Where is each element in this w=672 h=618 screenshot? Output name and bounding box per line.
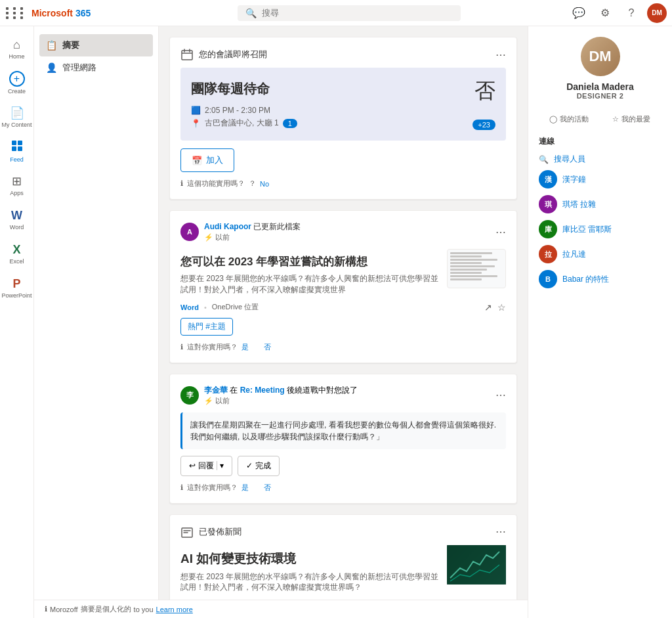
meeting-more-icon[interactable]: ⋯: [495, 49, 506, 61]
connection-item-3[interactable]: 拉 拉凡達: [539, 245, 662, 263]
share-icon[interactable]: ↗: [484, 302, 492, 313]
article-useful-question: 這對你實用嗎？: [187, 342, 238, 352]
sidebar-item-apps[interactable]: ⊞ Apps: [1, 168, 33, 202]
star-icon[interactable]: ☆: [497, 302, 506, 313]
learn-more-link[interactable]: Learn more: [156, 606, 193, 613]
waffle-button[interactable]: [5, 3, 26, 24]
news-header-left: 已發佈新聞: [180, 525, 242, 539]
reply-icon: ↩: [189, 461, 196, 470]
reply-dropdown-icon[interactable]: ▾: [217, 461, 224, 470]
connection-item-1[interactable]: 琪 琪塔 拉雜: [539, 195, 662, 213]
app-logo[interactable]: Microsoft 365: [32, 8, 91, 18]
conn-name-0: 漢字鐘: [562, 174, 586, 185]
news-content: AI 如何變更技術環境 想要在 2023 年展開您的水平線嗎？有許多令人興奮的新…: [180, 545, 506, 594]
comment-body: 讓我們在星期四聚在一起進行同步處理, 看看我想要的數位每個人都會覺得這個策略很好…: [180, 412, 506, 449]
comment-more-icon[interactable]: ⋯: [495, 389, 506, 401]
sidebar-item-ppt[interactable]: P PowerPoint: [1, 271, 33, 305]
meeting-location-row: 📍 古巴會議中心, 大廳 1 1 +23: [191, 118, 495, 131]
comment-author-avatar: 李: [180, 386, 199, 405]
user-avatar[interactable]: DM: [647, 3, 667, 23]
comment-preposition: 在: [230, 386, 238, 395]
article-more-icon[interactable]: ⋯: [495, 226, 506, 238]
meeting-useful-no[interactable]: No: [260, 180, 269, 188]
news-subtitle: 已發佈新聞: [199, 526, 242, 538]
done-button[interactable]: ✓ 完成: [238, 456, 280, 476]
meeting-subtitle: 您的會議即將召開: [199, 49, 267, 60]
sidebar-item-mycontent[interactable]: 📄 My Content: [1, 100, 33, 134]
sidebar-label-mycontent: My Content: [1, 121, 32, 128]
sidebar-item-feed[interactable]: Feed: [1, 134, 33, 168]
search-people-label: 搜尋人員: [554, 154, 585, 165]
home-icon: ⌂: [13, 38, 20, 52]
ppt-icon: P: [12, 277, 20, 291]
lightning-icon: ⚡: [204, 233, 213, 241]
profile-avatar[interactable]: DM: [581, 37, 620, 76]
sidebar-item-create[interactable]: + Create: [1, 66, 33, 100]
comment-author-name[interactable]: 李金華: [204, 386, 228, 395]
sidebar-label-word: Word: [10, 224, 24, 231]
tab-my-activity[interactable]: ◯ 我的活動: [539, 110, 599, 128]
news-title: AI 如何變更技術環境: [180, 550, 439, 567]
article-useful-no[interactable]: 否: [264, 342, 271, 352]
author-name[interactable]: Audi Kapoor: [204, 222, 251, 231]
create-icon: +: [9, 71, 25, 87]
article-useful-yes[interactable]: 是: [242, 342, 249, 352]
search-people-icon: 🔍: [539, 155, 549, 164]
settings-icon[interactable]: ⚙: [595, 3, 616, 24]
svg-rect-4: [182, 51, 192, 60]
connections-title: 連線: [539, 136, 662, 147]
footer-icon: ℹ: [45, 605, 47, 613]
search-people-row[interactable]: 🔍 搜尋人員: [539, 154, 662, 165]
comment-useful-yes[interactable]: 是: [242, 483, 249, 493]
connection-item-4[interactable]: B Babar 的特性: [539, 270, 662, 288]
word-icon: W: [11, 209, 22, 223]
svg-rect-1: [18, 141, 22, 145]
comment-mention[interactable]: Re: Meeting: [240, 386, 285, 395]
author-time: ⚡ 以前: [204, 233, 230, 241]
main-content: 您的會議即將召開 ⋯ 團隊每週待命 否 🟦 2:05 PM - 2:30 PM …: [159, 26, 528, 618]
article-meta-row: Word • OneDrive 位置 ↗ ☆: [180, 302, 506, 313]
search-box[interactable]: 🔍: [238, 5, 461, 21]
meeting-card: 您的會議即將召開 ⋯ 團隊每週待命 否 🟦 2:05 PM - 2:30 PM …: [169, 37, 517, 200]
calendar-icon: [180, 48, 194, 61]
left-panel: 📋 摘要 👤 管理網路: [34, 26, 159, 618]
meeting-avatars: +23: [472, 120, 495, 130]
comment-header: 李 李金華 在 Re: Meeting 後繞道戰中對您說了 ⚡ 以前 ⋯: [180, 385, 506, 406]
svg-rect-3: [18, 146, 22, 151]
useful-icon-3: ℹ: [180, 483, 183, 492]
connection-item-2[interactable]: 庫 庫比亞 雷耶斯: [539, 220, 662, 238]
onedrive-location[interactable]: OneDrive 位置: [212, 302, 259, 312]
sidebar-item-excel[interactable]: X Excel: [1, 236, 33, 271]
conn-name-4: Babar 的特性: [562, 274, 609, 285]
join-button[interactable]: 📅 加入: [180, 148, 234, 172]
meeting-location: 📍 古巴會議中心, 大廳 1 1: [191, 118, 297, 129]
tab-my-favorites[interactable]: ☆ 我的最愛: [602, 110, 662, 128]
hashtag-box[interactable]: 熱門 #主題: [180, 318, 233, 336]
footer-brand: Morozoff: [50, 606, 78, 613]
news-more-icon[interactable]: ⋯: [495, 525, 506, 538]
left-panel-manage-network[interactable]: 👤 管理網路: [39, 56, 153, 79]
checkmark-icon: ✓: [246, 461, 253, 470]
comment-useful-no[interactable]: 否: [264, 483, 271, 493]
search-input[interactable]: [262, 8, 446, 18]
article-useful-sep: [253, 342, 260, 352]
left-panel-summary[interactable]: 📋 摘要: [39, 34, 153, 56]
comment-author-row: 李 李金華 在 Re: Meeting 後繞道戰中對您說了 ⚡ 以前: [180, 385, 358, 406]
help-icon[interactable]: ?: [621, 3, 642, 24]
footer: ℹ Morozoff 摘要是個人化的 to you Learn more: [34, 600, 528, 618]
svg-rect-6: [447, 545, 506, 585]
connection-item-0[interactable]: 漢 漢字鐘: [539, 170, 662, 188]
response-icon: 否: [474, 77, 495, 106]
meeting-card-header: 您的會議即將召開 ⋯: [180, 48, 506, 61]
word-tag[interactable]: Word: [180, 303, 199, 311]
news-header: 已發佈新聞 ⋯: [180, 525, 506, 539]
chat-icon[interactable]: 💬: [568, 3, 589, 24]
article-title: 您可以在 2023 年學習並嘗試的新構想: [180, 254, 439, 269]
sidebar-label-apps: Apps: [10, 190, 24, 196]
sidebar-item-home[interactable]: ⌂ Home: [1, 32, 33, 66]
reply-button[interactable]: ↩ 回覆 ▾: [180, 456, 232, 476]
news-card: 已發佈新聞 ⋯ AI 如何變更技術環境 想要在 2023 年展開您的水平線嗎？有…: [169, 514, 517, 611]
sidebar-item-word[interactable]: W Word: [1, 202, 33, 236]
article-thumbnail: [447, 249, 506, 288]
article-useful-row: ℹ 這對你實用嗎？ 是 否: [180, 342, 506, 352]
